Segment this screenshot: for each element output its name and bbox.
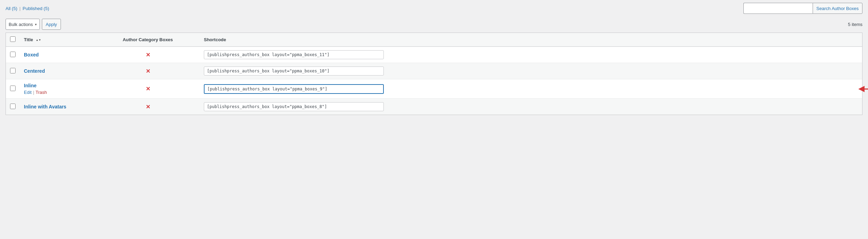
shortcode-wrapper: [publishpress_authors_box layout="ppma_b…: [204, 102, 858, 111]
row-checkbox-cell: [6, 79, 20, 99]
row-shortcode-cell: [publishpress_authors_box layout="ppma_b…: [200, 99, 862, 115]
table-container: Title ▲▼ Author Category Boxes Shortcode…: [6, 33, 862, 115]
filter-all-count: (5): [12, 6, 17, 11]
row-cat-cell: ✕: [96, 63, 200, 79]
items-count: 5 items: [848, 22, 862, 27]
page-wrapper: All (5) | Published (5) Search Author Bo…: [0, 0, 868, 115]
row-cat-cell: ✕: [96, 99, 200, 115]
author-category-column-header: Author Category Boxes: [96, 33, 200, 47]
row-title-cell: Boxed: [20, 47, 96, 63]
filter-published-link[interactable]: Published (5): [22, 6, 49, 11]
row-checkbox[interactable]: [10, 68, 16, 73]
red-arrow-icon: [858, 82, 868, 96]
row-title-cell: Inline with Avatars: [20, 99, 96, 115]
row-title-cell: Inline Edit | Trash: [20, 79, 96, 99]
row-title-link[interactable]: Inline: [24, 83, 37, 88]
row-shortcode-cell: [publishpress_authors_box layout="ppma_b…: [200, 47, 862, 63]
table-header-row: Title ▲▼ Author Category Boxes Shortcode: [6, 33, 862, 47]
shortcode-column-header: Shortcode: [200, 33, 862, 47]
filter-separator: |: [19, 6, 20, 11]
row-checkbox[interactable]: [10, 86, 16, 91]
row-checkbox[interactable]: [10, 52, 16, 57]
row-checkbox-cell: [6, 63, 20, 79]
table-body: Boxed ✕ [publishpress_authors_box layout…: [6, 47, 862, 115]
title-column-label: Title: [24, 37, 33, 42]
row-checkbox-cell: [6, 99, 20, 115]
shortcode-value[interactable]: [publishpress_authors_box layout="ppma_b…: [204, 50, 384, 59]
table-row: Inline Edit | Trash ✕ [publishpress_auth…: [6, 79, 862, 99]
author-boxes-table: Title ▲▼ Author Category Boxes Shortcode…: [6, 33, 862, 115]
row-checkbox[interactable]: [10, 104, 16, 109]
shortcode-value[interactable]: [publishpress_authors_box layout="ppma_b…: [204, 67, 384, 76]
search-bar: Search Author Boxes: [743, 3, 862, 14]
bulk-actions-dropdown[interactable]: Bulk actions ▾: [6, 19, 40, 30]
toolbar-row: Bulk actions ▾ Apply 5 items: [0, 17, 868, 33]
select-all-checkbox[interactable]: [10, 36, 16, 42]
top-bar: All (5) | Published (5) Search Author Bo…: [0, 0, 868, 17]
filter-links: All (5) | Published (5): [6, 6, 49, 11]
row-shortcode-cell: [publishpress_authors_box layout="ppma_b…: [200, 63, 862, 79]
filter-all-link[interactable]: All (5): [6, 6, 17, 11]
x-mark-icon: ✕: [146, 86, 150, 92]
toolbar-left: Bulk actions ▾ Apply: [6, 19, 61, 30]
row-actions: Edit | Trash: [24, 90, 92, 95]
row-checkbox-cell: [6, 47, 20, 63]
filter-all-label: All: [6, 6, 10, 11]
table-row: Centered ✕ [publishpress_authors_box lay…: [6, 63, 862, 79]
shortcode-value[interactable]: [publishpress_authors_box layout="ppma_b…: [204, 102, 384, 111]
shortcode-wrapper: [publishpress_authors_box layout="ppma_b…: [204, 84, 858, 94]
table-row: Boxed ✕ [publishpress_authors_box layout…: [6, 47, 862, 63]
title-column-header[interactable]: Title ▲▼: [20, 33, 96, 47]
chevron-down-icon: ▾: [35, 23, 37, 26]
search-author-boxes-button[interactable]: Search Author Boxes: [813, 3, 862, 14]
apply-button[interactable]: Apply: [42, 19, 61, 30]
search-input[interactable]: [743, 3, 813, 14]
x-mark-icon: ✕: [146, 52, 150, 58]
row-shortcode-cell: [publishpress_authors_box layout="ppma_b…: [200, 79, 862, 99]
row-cat-cell: ✕: [96, 79, 200, 99]
bulk-actions-label: Bulk actions: [9, 22, 33, 27]
select-all-column: [6, 33, 20, 47]
row-title-link[interactable]: Inline with Avatars: [24, 104, 66, 109]
shortcode-wrapper: [publishpress_authors_box layout="ppma_b…: [204, 67, 858, 76]
row-cat-cell: ✕: [96, 47, 200, 63]
row-title-link[interactable]: Boxed: [24, 52, 39, 57]
trash-link[interactable]: Trash: [36, 90, 47, 95]
action-separator: |: [33, 90, 34, 95]
table-row: Inline with Avatars ✕ [publishpress_auth…: [6, 99, 862, 115]
x-mark-icon: ✕: [146, 104, 150, 110]
edit-link[interactable]: Edit: [24, 90, 31, 95]
row-title-cell: Centered: [20, 63, 96, 79]
filter-published-count: (5): [44, 6, 49, 11]
filter-published-label: Published: [22, 6, 42, 11]
row-title-link[interactable]: Centered: [24, 68, 45, 74]
shortcode-wrapper: [publishpress_authors_box layout="ppma_b…: [204, 50, 858, 59]
sort-arrows-icon[interactable]: ▲▼: [36, 39, 41, 42]
x-mark-icon: ✕: [146, 68, 150, 74]
shortcode-value-active[interactable]: [publishpress_authors_box layout="ppma_b…: [204, 84, 384, 94]
